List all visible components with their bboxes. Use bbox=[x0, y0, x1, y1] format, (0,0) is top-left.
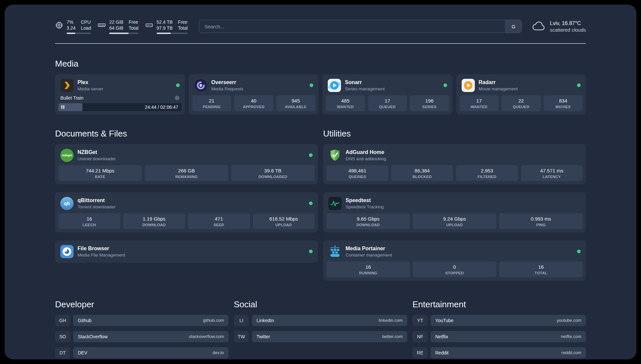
screen: 7% 3.24 CPU Load bbox=[0, 0, 641, 364]
bookmark-name: DEV bbox=[78, 350, 87, 355]
service-name: Media Portainer bbox=[346, 246, 392, 252]
bookmark-name: Netflix bbox=[435, 334, 448, 339]
cpu-usage-bar bbox=[67, 33, 91, 34]
stat-tile: 0.993 ms PING bbox=[499, 213, 583, 229]
memory-total-label: Total bbox=[129, 25, 138, 31]
stat-tile: 22 QUEUED bbox=[502, 95, 541, 111]
bookmark-abbr: GH bbox=[55, 315, 70, 326]
service-card-plex[interactable]: Plex Media server Bullet Train bbox=[55, 74, 185, 114]
bookmark-url: netflix.com bbox=[561, 334, 581, 339]
service-card-portainer[interactable]: Media Portainer Container management 16 … bbox=[323, 240, 586, 281]
cpu-label: CPU bbox=[81, 19, 91, 25]
stat-tile: 618.52 Mbps UPLOAD bbox=[253, 213, 315, 229]
stat-tile: 834 MOVIES bbox=[544, 95, 583, 111]
bookmark-url: dev.to bbox=[213, 350, 224, 355]
memory-usage-bar bbox=[109, 33, 138, 34]
service-description: Media Requests bbox=[211, 86, 244, 91]
status-dot bbox=[577, 250, 581, 253]
search-input[interactable] bbox=[199, 20, 522, 33]
bookmark-name: LinkedIn bbox=[257, 318, 274, 323]
stat-tile: 16 LEECH bbox=[58, 213, 120, 229]
bookmark-url: stackoverflow.com bbox=[189, 334, 224, 339]
resource-widget-cpu: 7% 3.24 CPU Load bbox=[55, 19, 91, 34]
stat-tile: 16 RUNNING bbox=[326, 261, 410, 277]
memory-icon bbox=[98, 21, 106, 29]
service-description: Speedtest Tracking bbox=[346, 204, 384, 209]
bookmark-url: github.com bbox=[203, 318, 224, 323]
status-dot bbox=[309, 201, 313, 205]
bookmark-url: youtube.com bbox=[557, 318, 581, 323]
section-title-documents: Documents & Files bbox=[55, 128, 318, 139]
service-card-radarr[interactable]: Radarr Movie management 17 WANTED 22 QUE… bbox=[456, 74, 586, 114]
bookmark-reddit[interactable]: RE Reddit reddit.com bbox=[412, 347, 586, 358]
service-name: File Browser bbox=[77, 246, 125, 252]
stat-tile: 17 WANTED bbox=[460, 95, 499, 111]
memory-free-label: Free bbox=[129, 19, 138, 25]
bookmark-stackoverflow[interactable]: SO StackOverflow stackoverflow.com bbox=[55, 331, 229, 342]
bookmark-netflix[interactable]: NF Netflix netflix.com bbox=[412, 331, 586, 342]
bookmark-dev[interactable]: DT DEV dev.to bbox=[55, 347, 229, 358]
resource-widgets: 7% 3.24 CPU Load bbox=[55, 19, 188, 34]
section-utilities: Utilities bbox=[323, 128, 586, 281]
bookmark-youtube[interactable]: YT YouTube youtube.com bbox=[412, 315, 586, 326]
service-name: Plex bbox=[77, 79, 103, 85]
resource-widget-disk: 52.4 TB 97.9 TB Free Total bbox=[145, 19, 188, 34]
service-card-nzbget[interactable]: nzbget NZBGet Usenet downloader 744.21 M… bbox=[55, 144, 318, 184]
disk-icon bbox=[145, 21, 153, 29]
bookmark-name: Twitter bbox=[257, 334, 270, 339]
weather-widget: Lviv, 16.87°C scattered clouds bbox=[532, 20, 586, 33]
stat-tile: 47.571 ms LATENCY bbox=[521, 165, 583, 181]
dashboard: 7% 3.24 CPU Load bbox=[5, 5, 636, 359]
service-card-qbittorrent[interactable]: qb qBittorrent Torrent downloader 16 LEE… bbox=[55, 192, 318, 232]
weather-condition: scattered clouds bbox=[550, 27, 586, 33]
stat-tile: 1.19 Gbps DOWNLOAD bbox=[123, 213, 185, 229]
service-card-sonarr[interactable]: Sonarr Series management 485 WANTED 17 Q… bbox=[322, 74, 452, 114]
bookmark-twitter[interactable]: TW Twitter twitter.com bbox=[234, 331, 407, 342]
cpu-icon bbox=[55, 21, 63, 29]
service-description: Media server bbox=[77, 86, 103, 91]
service-name: qBittorrent bbox=[77, 197, 116, 203]
stat-tile: 744.21 Mbps RATE bbox=[58, 165, 142, 181]
bookmark-github[interactable]: GH Github github.com bbox=[55, 315, 229, 326]
service-name: Speedtest bbox=[346, 197, 384, 203]
stat-tile: 471 SEED bbox=[188, 213, 250, 229]
search-provider-button[interactable]: G bbox=[505, 20, 521, 33]
memory-usage-bar-fill bbox=[109, 33, 128, 34]
stat-tile: 196 SERIES bbox=[410, 95, 449, 111]
cpu-load-label: Load bbox=[81, 25, 91, 31]
service-description: Torrent downloader bbox=[77, 204, 116, 209]
stat-tile: 40 APPROVED bbox=[234, 95, 273, 111]
bookmarks-developer: Developer GH Github github.com SO StackO… bbox=[55, 299, 229, 359]
service-card-speedtest[interactable]: Speedtest Speedtest Tracking 9.65 Gbps D… bbox=[323, 192, 586, 232]
status-dot bbox=[176, 83, 180, 87]
bookmark-url: twitter.com bbox=[382, 334, 403, 339]
portainer-icon bbox=[328, 245, 342, 258]
service-name: NZBGet bbox=[77, 149, 116, 155]
pause-icon bbox=[61, 105, 64, 109]
section-documents: Documents & Files nzbget NZBGet Usenet d… bbox=[55, 128, 318, 281]
status-dot bbox=[309, 153, 313, 157]
stat-tile: 9.65 Gbps DOWNLOAD bbox=[326, 213, 410, 229]
stat-tile: 498,461 QUERIES bbox=[326, 165, 388, 181]
bookmark-name: Github bbox=[78, 318, 91, 323]
plex-icon bbox=[60, 79, 74, 92]
service-description: Usenet downloader bbox=[77, 156, 116, 161]
stat-tile: 9.24 Gbps UPLOAD bbox=[413, 213, 496, 229]
service-card-filebrowser[interactable]: File Browser Media File Management bbox=[55, 240, 318, 263]
bookmark-linkedin[interactable]: LI LinkedIn linkedin.com bbox=[234, 315, 407, 326]
bookmarks-entertainment: Entertainment YT YouTube youtube.com NF … bbox=[412, 299, 586, 359]
plex-settings-button[interactable] bbox=[174, 95, 180, 101]
memory-free-value: 22 GiB bbox=[109, 19, 123, 25]
bookmark-name: YouTube bbox=[435, 318, 453, 323]
service-card-overseerr[interactable]: Overseerr Media Requests 21 PENDING 40 A… bbox=[189, 74, 319, 114]
now-playing-title: Bullet Train bbox=[60, 95, 83, 101]
service-card-adguard[interactable]: AdGuard Home DNS and adblocking 498,461 … bbox=[323, 144, 586, 184]
cpu-usage-percent: 7% bbox=[67, 19, 76, 25]
top-bar: 7% 3.24 CPU Load bbox=[55, 19, 586, 34]
bookmark-abbr: TW bbox=[234, 331, 249, 342]
service-name: AdGuard Home bbox=[346, 149, 386, 155]
disk-total-label: Total bbox=[178, 25, 188, 31]
service-description: DNS and adblocking bbox=[346, 156, 386, 161]
stat-tile: 17 QUEUED bbox=[368, 95, 407, 111]
stat-tile: 16 TOTAL bbox=[499, 261, 583, 277]
